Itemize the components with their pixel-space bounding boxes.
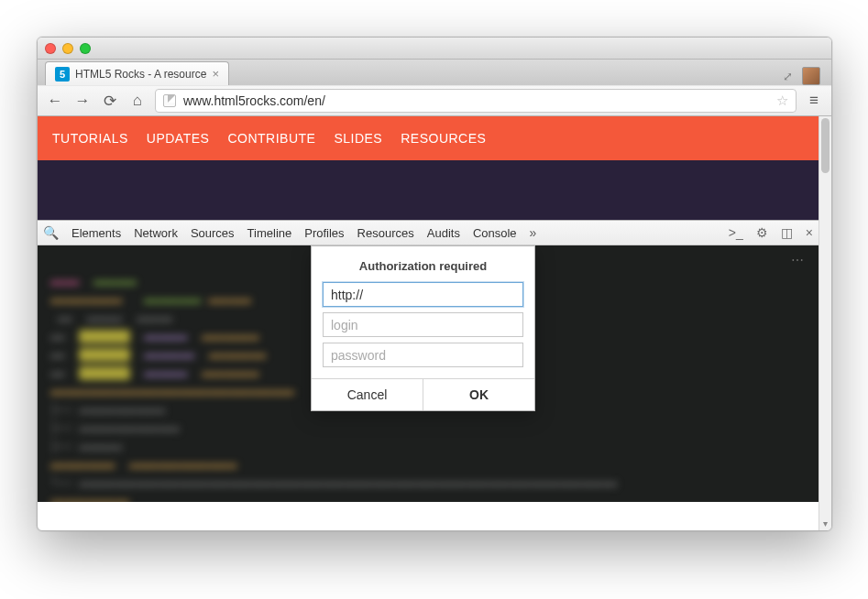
- tab-strip: 5 HTML5 Rocks - A resource × ⤢: [38, 60, 831, 85]
- devtools-tabbar: 🔍 Elements Network Sources Timeline Prof…: [38, 220, 819, 245]
- profile-avatar-icon[interactable]: [802, 67, 820, 85]
- devtools-tab-console[interactable]: Console: [473, 226, 517, 240]
- dialog-password-input[interactable]: [323, 343, 523, 367]
- console-drawer-icon[interactable]: >_: [729, 225, 743, 240]
- url-text: www.html5rocks.com/en/: [183, 93, 769, 108]
- bookmark-star-icon[interactable]: ☆: [776, 93, 788, 109]
- devtools-tab-elements[interactable]: Elements: [71, 226, 121, 240]
- hero-banner: [38, 160, 819, 220]
- dock-icon[interactable]: ◫: [781, 225, 793, 240]
- dialog-login-input[interactable]: [323, 312, 523, 337]
- devtools-tab-sources[interactable]: Sources: [191, 226, 235, 240]
- scroll-down-icon[interactable]: ▾: [819, 518, 831, 528]
- chrome-menu-icon[interactable]: ≡: [804, 92, 824, 110]
- gear-icon[interactable]: ⚙: [756, 225, 768, 240]
- html5-favicon-icon: 5: [55, 67, 70, 82]
- traffic-lights: [45, 43, 91, 54]
- devtools-tab-resources[interactable]: Resources: [357, 226, 414, 240]
- dialog-address-input[interactable]: [323, 282, 523, 307]
- tabstrip-right-controls: ⤢: [783, 67, 824, 85]
- devtools-tab-audits[interactable]: Audits: [427, 226, 460, 240]
- nav-slides[interactable]: SLIDES: [334, 131, 382, 146]
- ok-button[interactable]: OK: [423, 379, 534, 410]
- nav-resources[interactable]: RESOURCES: [401, 131, 486, 146]
- console-sidebar: ⋯: [775, 245, 811, 502]
- devtools-tab-network[interactable]: Network: [134, 226, 178, 240]
- zoom-window-icon[interactable]: [80, 43, 91, 54]
- search-icon[interactable]: 🔍: [43, 225, 59, 240]
- auth-dialog: Authorization required Cancel OK: [311, 245, 535, 411]
- reload-icon[interactable]: ⟳: [100, 92, 120, 111]
- devtools-tab-profiles[interactable]: Profiles: [304, 226, 344, 240]
- forward-icon[interactable]: →: [72, 92, 93, 110]
- tab-title: HTML5 Rocks - A resource: [75, 68, 206, 81]
- dialog-title: Authorization required: [323, 259, 523, 273]
- console-panel: ▰▰▰▰ ▰▰▰▰▰▰ ▰▰▰▰▰▰▰▰▰▰ ▰▰▰▰▰▰▰▰ ▰▰▰▰▰▰ ▰…: [38, 245, 819, 502]
- window-titlebar[interactable]: [38, 38, 831, 60]
- browser-toolbar: ← → ⟳ ⌂ www.html5rocks.com/en/ ☆ ≡: [38, 85, 831, 116]
- minimize-window-icon[interactable]: [62, 43, 73, 54]
- browser-tab[interactable]: 5 HTML5 Rocks - A resource ×: [45, 61, 229, 85]
- nav-contribute[interactable]: CONTRIBUTE: [227, 131, 315, 146]
- cancel-button[interactable]: Cancel: [312, 379, 423, 410]
- browser-window: 5 HTML5 Rocks - A resource × ⤢ ← → ⟳ ⌂ w…: [37, 37, 832, 531]
- site-nav: TUTORIALS UPDATES CONTRIBUTE SLIDES RESO…: [38, 116, 819, 160]
- close-window-icon[interactable]: [45, 43, 56, 54]
- page-info-icon[interactable]: [163, 94, 176, 107]
- home-icon[interactable]: ⌂: [127, 92, 148, 110]
- content-area: TUTORIALS UPDATES CONTRIBUTE SLIDES RESO…: [38, 116, 831, 530]
- devtools-overflow-icon[interactable]: »: [530, 225, 537, 240]
- scrollbar-thumb[interactable]: [821, 118, 830, 173]
- address-bar[interactable]: www.html5rocks.com/en/ ☆: [155, 89, 797, 113]
- fullscreen-icon[interactable]: ⤢: [783, 70, 793, 83]
- close-tab-icon[interactable]: ×: [212, 68, 219, 80]
- close-devtools-icon[interactable]: ×: [806, 225, 813, 240]
- back-icon[interactable]: ←: [45, 92, 65, 110]
- more-icon[interactable]: ⋯: [791, 253, 806, 267]
- nav-tutorials[interactable]: TUTORIALS: [52, 131, 128, 146]
- devtools-tab-timeline[interactable]: Timeline: [247, 226, 292, 240]
- nav-updates[interactable]: UPDATES: [147, 131, 210, 146]
- vertical-scrollbar[interactable]: ▾: [819, 116, 831, 530]
